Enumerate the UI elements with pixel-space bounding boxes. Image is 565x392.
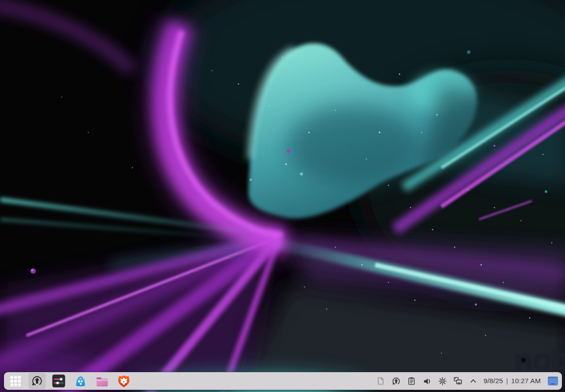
document-icon [376,377,385,385]
wallpaper-image: nob [0,0,565,392]
clipboard-icon [407,377,416,385]
desktop: nob [0,0,565,392]
tray-brightness[interactable] [437,374,448,388]
clock-date: 9/8/25 [483,377,503,385]
sun-icon [438,377,447,386]
speaker-icon [422,377,432,386]
task-file-manager[interactable] [94,373,110,389]
tray-display[interactable] [452,374,463,388]
chevron-up-icon [469,377,477,385]
task-brave-browser[interactable] [115,373,132,389]
tray-clipboard[interactable] [406,374,417,388]
screens-icon [453,376,463,386]
brave-lion-icon [117,374,131,388]
discover-bag-icon [74,374,87,388]
clock-time: 10:27 AM [511,377,541,385]
task-update-manager[interactable] [29,373,45,389]
application-launcher-button[interactable] [7,373,24,389]
digital-clock[interactable]: 9/8/25 | 10:27 AM [483,377,541,385]
app-grid-icon [9,374,22,388]
update-circle-icon [392,377,401,386]
taskbar-panel: 9/8/25 | 10:27 AM [4,372,562,390]
clock-separator: | [506,377,508,385]
task-manager [7,372,132,390]
update-circle-icon [30,374,44,388]
show-desktop-button[interactable] [546,374,559,388]
sliders-icon [52,374,65,388]
tray-expander[interactable] [468,374,478,388]
folder-icon [95,374,109,388]
system-tray: 9/8/25 | 10:27 AM [375,372,559,390]
desktop-icon [547,376,558,386]
task-settings-tweaks[interactable] [50,373,67,389]
tray-updates[interactable] [391,374,401,388]
tray-document[interactable] [375,374,386,388]
task-discover-store[interactable] [72,373,89,389]
tray-volume[interactable] [422,374,432,388]
